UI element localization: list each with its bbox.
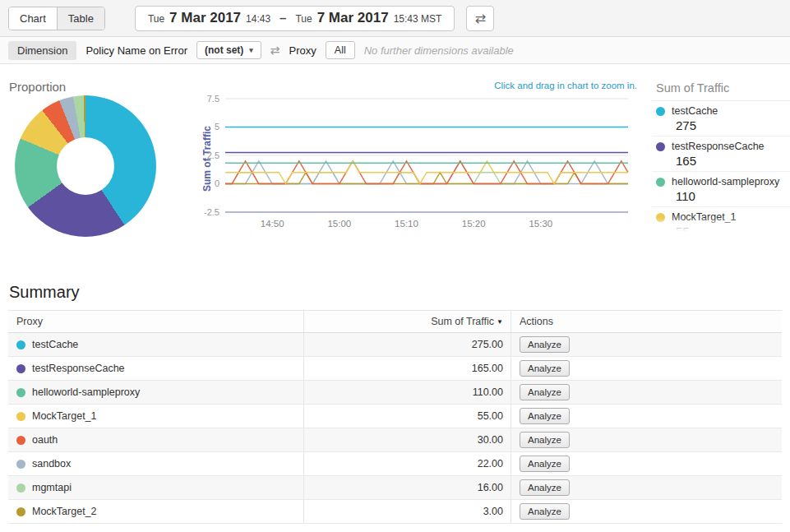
analyze-button[interactable]: Analyze bbox=[520, 384, 570, 400]
date-range-separator: – bbox=[280, 11, 286, 25]
proxy-label: Proxy bbox=[289, 44, 316, 57]
traffic-value: 30.00 bbox=[304, 428, 511, 451]
dimension-selected-value: (not set) bbox=[205, 44, 243, 56]
proxy-name: MockTarget_2 bbox=[32, 506, 97, 517]
legend-item[interactable]: testCache 275 bbox=[652, 101, 790, 136]
proportion-title: Proportion bbox=[9, 80, 66, 94]
legend-series-value: 165 bbox=[676, 154, 790, 168]
analyze-button[interactable]: Analyze bbox=[520, 503, 570, 520]
chevron-down-icon: ▾ bbox=[249, 46, 253, 54]
start-date: 7 Mar 2017 bbox=[169, 10, 241, 26]
table-tab[interactable]: Table bbox=[58, 7, 104, 30]
traffic-line-chart[interactable]: Sum of Traffic 7.552.50-2.514:5015:0015:… bbox=[191, 89, 643, 247]
series-color-dot bbox=[656, 107, 665, 116]
proxy-name: MockTarget_1 bbox=[32, 410, 97, 422]
start-day: Tue bbox=[148, 13, 164, 25]
series-color-dot bbox=[656, 142, 665, 151]
analyze-button[interactable]: Analyze bbox=[520, 479, 570, 496]
series-color-dot bbox=[656, 178, 665, 187]
analyze-button[interactable]: Analyze bbox=[520, 432, 570, 448]
column-header-proxy: Proxy bbox=[8, 311, 304, 332]
traffic-value: 22.00 bbox=[304, 452, 511, 475]
top-toolbar: Chart Table Tue 7 Mar 2017 14:43 – Tue 7… bbox=[0, 0, 790, 37]
legend-fade-overlay bbox=[652, 217, 790, 234]
series-color-dot bbox=[16, 483, 25, 493]
series-color-dot bbox=[16, 436, 25, 445]
series-color-dot bbox=[16, 340, 25, 349]
proportion-donut-chart[interactable] bbox=[15, 95, 156, 237]
start-time: 14:43 bbox=[246, 13, 270, 25]
series-color-dot bbox=[16, 412, 25, 421]
y-tick-label: 7.5 bbox=[207, 94, 219, 104]
table-row: testResponseCache 165.00 Analyze bbox=[8, 357, 782, 381]
analyze-button[interactable]: Analyze bbox=[520, 360, 570, 377]
legend-item[interactable]: testResponseCache 165 bbox=[652, 136, 790, 172]
table-row: MockTarget_1 55.00 Analyze bbox=[8, 405, 782, 428]
swap-dimension-icon: ⇄ bbox=[270, 44, 280, 57]
line-chart-svg: 7.552.50-2.514:5015:0015:1015:2015:30 bbox=[191, 89, 643, 237]
table-row: MockTarget_2 3.00 Analyze bbox=[8, 500, 782, 524]
end-day: Tue bbox=[295, 13, 312, 25]
proxy-name: mgmtapi bbox=[32, 482, 72, 493]
x-tick-label: 15:10 bbox=[395, 219, 418, 229]
series-color-dot bbox=[16, 388, 25, 397]
y-tick-label: -2.5 bbox=[204, 207, 219, 217]
column-header-actions: Actions bbox=[511, 311, 782, 332]
table-row: sandbox 22.00 Analyze bbox=[8, 452, 782, 476]
legend-series-value: 110 bbox=[676, 189, 790, 203]
traffic-value: 55.00 bbox=[304, 405, 511, 428]
proxy-all-button[interactable]: All bbox=[326, 41, 355, 59]
table-row: mgmtapi 16.00 Analyze bbox=[8, 476, 782, 500]
series-line-MockTarget_2 bbox=[225, 173, 628, 184]
legend-series-value: 275 bbox=[676, 118, 790, 132]
column-header-sum-of-traffic[interactable]: Sum of Traffic ▼ bbox=[304, 311, 511, 332]
traffic-value: 165.00 bbox=[304, 357, 511, 380]
series-color-dot bbox=[16, 364, 25, 373]
summary-table: Proxy Sum of Traffic ▼ Actions testCache… bbox=[8, 310, 782, 524]
refresh-button[interactable]: ⇄ bbox=[466, 6, 494, 31]
series-color-dot bbox=[16, 460, 25, 469]
series-line-mgmtapi bbox=[225, 173, 628, 184]
y-tick-label: 5 bbox=[215, 122, 219, 132]
dimension-toolbar: Dimension Policy Name on Error (not set)… bbox=[0, 37, 790, 64]
date-range-picker[interactable]: Tue 7 Mar 2017 14:43 – Tue 7 Mar 2017 15… bbox=[135, 6, 455, 31]
analyze-button[interactable]: Analyze bbox=[520, 408, 570, 424]
traffic-value: 3.00 bbox=[304, 500, 511, 523]
chart-tab[interactable]: Chart bbox=[9, 7, 58, 30]
table-row: oauth 30.00 Analyze bbox=[8, 428, 782, 452]
traffic-value: 110.00 bbox=[304, 381, 511, 404]
analyze-button[interactable]: Analyze bbox=[520, 456, 570, 472]
proxy-name: testResponseCache bbox=[32, 363, 125, 374]
proxy-name: testCache bbox=[32, 339, 78, 350]
y-tick-label: 2.5 bbox=[207, 150, 219, 160]
dimension-value-dropdown[interactable]: (not set) ▾ bbox=[196, 41, 261, 59]
series-line-MockTarget_1 bbox=[225, 161, 628, 184]
legend-item[interactable]: helloworld-sampleproxy 110 bbox=[652, 172, 790, 207]
series-color-dot bbox=[16, 507, 25, 516]
legend-series-name: testResponseCache bbox=[672, 141, 765, 152]
x-tick-label: 15:20 bbox=[462, 219, 486, 229]
traffic-value: 16.00 bbox=[304, 476, 511, 499]
chart-table-toggle: Chart Table bbox=[8, 7, 105, 30]
table-row: testCache 275.00 Analyze bbox=[8, 333, 782, 357]
dimension-name: Policy Name on Error bbox=[85, 44, 187, 57]
dimension-chip: Dimension bbox=[8, 41, 76, 60]
proxy-name: helloworld-sampleproxy bbox=[32, 386, 140, 398]
chart-legend: Sum of Traffic testCache 275 testRespons… bbox=[652, 79, 790, 234]
dimension-hint: No further dimensions available bbox=[364, 44, 514, 57]
x-tick-label: 14:50 bbox=[261, 219, 284, 229]
y-tick-label: 0 bbox=[215, 178, 219, 188]
proxy-name: sandbox bbox=[32, 458, 71, 470]
end-date: 7 Mar 2017 bbox=[317, 10, 389, 26]
table-row: helloworld-sampleproxy 110.00 Analyze bbox=[8, 381, 782, 405]
legend-series-name: helloworld-sampleproxy bbox=[672, 176, 779, 187]
donut-hole bbox=[57, 137, 114, 195]
summary-title: Summary bbox=[9, 283, 80, 302]
x-tick-label: 15:00 bbox=[327, 219, 351, 229]
table-header-row: Proxy Sum of Traffic ▼ Actions bbox=[8, 310, 782, 333]
analyze-button[interactable]: Analyze bbox=[520, 336, 570, 353]
legend-series-name: testCache bbox=[672, 105, 718, 117]
x-tick-label: 15:30 bbox=[529, 219, 552, 229]
refresh-icon: ⇄ bbox=[475, 11, 486, 26]
proxy-name: oauth bbox=[32, 434, 58, 446]
